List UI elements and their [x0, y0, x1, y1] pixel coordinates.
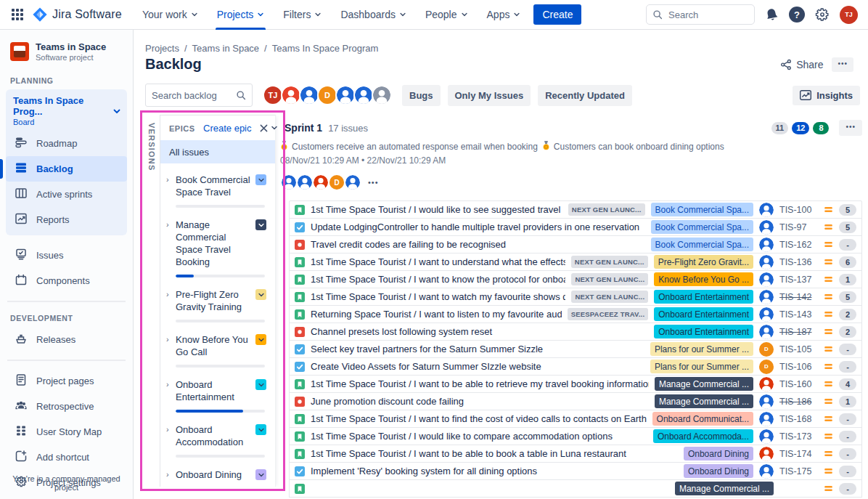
nav-item-people[interactable]: People [418, 0, 475, 30]
issue-row[interactable]: Create Video Assets for Saturn Summer SI… [289, 357, 862, 376]
issue-assignee-avatar[interactable] [759, 464, 774, 479]
epic-tag[interactable]: Plans for our Summer ... [650, 342, 753, 356]
epic-tag[interactable]: Onboard Accommoda... [653, 429, 753, 443]
all-issues-filter[interactable]: All issues [160, 140, 275, 163]
issue-row[interactable]: 1st Time Space Tourist / I want to know … [289, 270, 862, 288]
close-epics-panel-icon[interactable] [260, 124, 268, 132]
issue-assignee-avatar[interactable] [759, 447, 774, 461]
epic-tag[interactable]: Onboard Entertainment [654, 290, 753, 304]
epic-tag[interactable]: Book Commercial Spa... [651, 238, 753, 251]
board-switcher[interactable]: Teams In Space Prog... Board [6, 95, 127, 131]
backlog-search-input[interactable] [152, 90, 228, 101]
create-button[interactable]: Create [533, 4, 581, 25]
issue-assignee-avatar[interactable] [759, 377, 774, 392]
story-points-badge[interactable]: - [839, 344, 856, 355]
issue-row[interactable]: 1st Time Space Tourist / I would like to… [289, 200, 862, 219]
epic-list-item[interactable]: ›Onboard Entertainment [166, 378, 266, 413]
versions-label[interactable]: VERSIONS [147, 117, 156, 484]
issue-row[interactable]: 1st Time Space Tourist / I want to under… [289, 253, 862, 271]
issue-assignee-avatar[interactable] [759, 290, 774, 304]
breadcrumb-link[interactable]: Teams in Space [192, 43, 260, 54]
epic-tag[interactable]: Manage Commercial ... [655, 394, 753, 408]
issue-assignee-avatar[interactable] [759, 220, 774, 235]
epic-list-item[interactable]: ›Onboard Dining [166, 468, 266, 487]
versions-strip[interactable]: VERSIONS [143, 117, 160, 484]
story-points-badge[interactable]: - [839, 448, 856, 460]
issue-row[interactable]: Update LodgingController to handle multi… [289, 218, 862, 236]
filter-button-recently-updated[interactable]: Recently Updated [538, 85, 632, 106]
epic-tag[interactable]: Onboard Dining [684, 447, 753, 461]
chevron-right-icon[interactable]: › [166, 423, 172, 448]
epic-list-item[interactable]: ›Pre-Flight Zero Gravity Training [166, 288, 266, 322]
issue-row[interactable]: Manage Commercial ...- [289, 479, 862, 498]
sprint-assignee-avatar[interactable]: D [328, 174, 345, 191]
issue-row[interactable]: 1st Time Space Tourist / I want to find … [289, 410, 862, 428]
issue-assignee-avatar[interactable] [759, 429, 774, 444]
epic-color-dropdown-icon[interactable] [255, 469, 266, 480]
sprint-assignee-avatar[interactable] [344, 174, 361, 191]
sidebar-item-components[interactable]: Components [6, 268, 127, 293]
epic-list-item[interactable]: ›Book Commercial Space Travel [166, 174, 266, 208]
story-points-badge[interactable]: 1 [839, 274, 856, 285]
story-points-badge[interactable]: 5 [839, 222, 856, 233]
breadcrumb-link[interactable]: Teams In Space Program [272, 43, 379, 54]
story-points-badge[interactable]: - [839, 431, 856, 442]
issue-assignee-avatar[interactable] [759, 203, 774, 217]
jira-logo[interactable]: Jira Software [32, 7, 122, 23]
sidebar-item-active-sprints[interactable]: Active sprints [6, 182, 127, 207]
issue-assignee-avatar[interactable]: D [759, 342, 774, 357]
user-avatar[interactable]: TJ [840, 6, 858, 24]
sprint-name[interactable]: Sprint 1 [284, 122, 322, 134]
issue-row[interactable]: 1st Time Space Tourist / I want to watch… [289, 288, 862, 306]
share-button[interactable]: Share [780, 59, 823, 70]
story-points-badge[interactable]: - [839, 413, 856, 425]
filter-button-bugs[interactable]: Bugs [402, 85, 441, 106]
issue-assignee-avatar[interactable]: D [759, 360, 774, 374]
page-more-button[interactable]: ••• [832, 57, 853, 72]
sidebar-item-roadmap[interactable]: Roadmap [6, 131, 127, 156]
breadcrumb-link[interactable]: Projects [145, 43, 179, 54]
epic-tag[interactable]: Know Before You Go ... [654, 272, 753, 286]
create-epic-link[interactable]: Create epic [203, 123, 251, 134]
sprint-more-button[interactable]: ••• [839, 120, 862, 136]
epic-color-dropdown-icon[interactable] [255, 379, 266, 390]
story-points-badge[interactable]: 6 [839, 256, 856, 268]
epic-color-dropdown-icon[interactable] [255, 174, 266, 185]
help-icon[interactable]: ? [789, 7, 805, 23]
epic-color-dropdown-icon[interactable] [255, 424, 266, 435]
story-points-badge[interactable]: - [839, 239, 856, 251]
assignee-filter-avatar[interactable] [299, 85, 319, 105]
story-points-badge[interactable]: - [839, 466, 856, 477]
backlog-search[interactable] [145, 84, 253, 107]
story-points-badge[interactable]: 5 [839, 204, 856, 216]
story-points-badge[interactable]: - [839, 483, 856, 495]
epic-tag[interactable]: Book Commercial Spa... [651, 203, 753, 216]
sidebar-item-add-shortcut[interactable]: Add shortcut [6, 445, 127, 470]
epic-tag[interactable]: Pre-Flight Zero Gravit... [654, 255, 753, 269]
global-search-input[interactable] [668, 9, 741, 20]
epic-tag[interactable]: Book Commercial Spa... [651, 220, 753, 234]
epic-tag[interactable]: Manage Commercial ... [675, 482, 774, 495]
sidebar-item-project-pages[interactable]: Project pages [6, 368, 127, 394]
issue-row[interactable]: 1st Time Space Tourist / I want to be ab… [289, 375, 862, 393]
story-points-badge[interactable]: 1 [839, 396, 856, 407]
story-points-badge[interactable]: - [839, 361, 856, 373]
app-switcher-icon[interactable] [7, 4, 28, 25]
sidebar-item-backlog[interactable]: Backlog [6, 156, 127, 182]
issue-assignee-avatar[interactable] [759, 255, 774, 269]
nav-item-your-work[interactable]: Your work [135, 0, 205, 30]
story-points-badge[interactable]: 2 [839, 309, 856, 320]
nav-item-apps[interactable]: Apps [480, 0, 528, 30]
issue-assignee-avatar[interactable] [759, 307, 774, 322]
issue-row[interactable]: Travel credit codes are failing to be re… [289, 235, 862, 253]
assignee-filter-avatar[interactable]: TJ [263, 85, 283, 105]
nav-item-filters[interactable]: Filters [276, 0, 329, 30]
sprint-collapse-chevron-icon[interactable] [270, 123, 279, 132]
settings-gear-icon[interactable] [815, 7, 830, 22]
sidebar-item-releases[interactable]: Releases [6, 327, 127, 352]
nav-item-dashboards[interactable]: Dashboards [333, 0, 414, 30]
insights-button[interactable]: Insights [793, 86, 860, 105]
chevron-right-icon[interactable]: › [166, 174, 172, 198]
sidebar-item-issues[interactable]: Issues [6, 243, 127, 268]
sidebar-item-reports[interactable]: Reports [6, 207, 127, 232]
